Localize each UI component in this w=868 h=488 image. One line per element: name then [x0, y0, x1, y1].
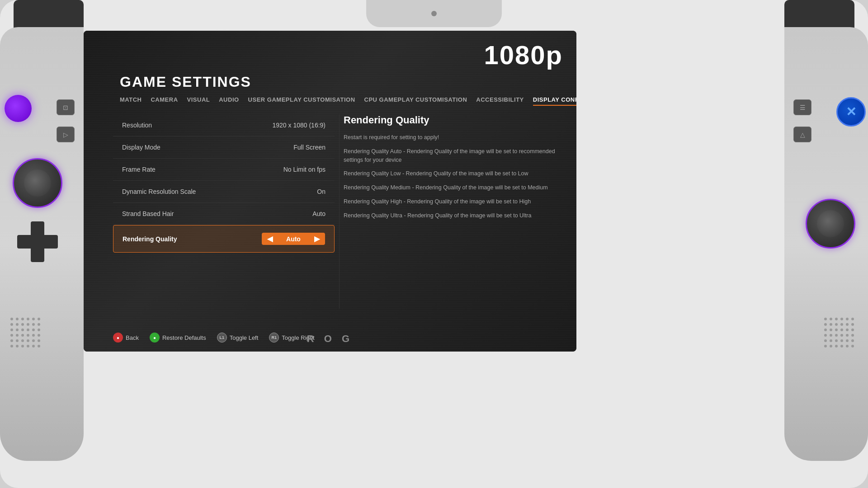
- setting-label-5: Rendering Quality: [123, 235, 177, 243]
- tab-match[interactable]: MATCH: [120, 96, 142, 106]
- value-arrow-left-5[interactable]: ◀: [267, 235, 273, 243]
- setting-value-0: 868 x 488 (16:9): [272, 122, 326, 129]
- info-desc-4: Rendering Quality High - Rendering Quali…: [344, 197, 565, 206]
- setting-value-1: Full Screen: [293, 144, 326, 151]
- left-purple-button[interactable]: [5, 95, 32, 122]
- game-screen: 1080p GAME SETTINGS MATCHCAMERAVISUALAUD…: [84, 31, 576, 352]
- right-grip: ✕ ☰ △: [784, 27, 868, 461]
- setting-value-4: Auto: [312, 210, 326, 217]
- left-bumper: [14, 0, 84, 29]
- setting-label-1: Display Mode: [122, 144, 160, 151]
- right-bumper: [784, 0, 854, 29]
- speaker-right: [823, 316, 859, 407]
- top-center-piece: [366, 0, 502, 27]
- circle-red-icon: ●: [113, 333, 123, 343]
- action-label-toggle-left: Toggle Left: [230, 334, 259, 341]
- speaker-left: [9, 316, 45, 407]
- settings-panel: Resolution1920 x 1080 (16:9)Display Mode…: [113, 114, 335, 320]
- square-l1-icon: L1: [217, 333, 227, 343]
- left-small-button-1[interactable]: ⊡: [57, 99, 75, 115]
- setting-row-3[interactable]: Dynamic Resolution ScaleOn: [113, 181, 335, 203]
- setting-label-3: Dynamic Resolution Scale: [122, 188, 196, 195]
- info-desc-3: Rendering Quality Medium - Rendering Qua…: [344, 183, 565, 192]
- info-desc-1: Rendering Quality Auto - Rendering Quali…: [344, 147, 565, 164]
- tab-user-gameplay[interactable]: USER GAMEPLAY CUSTOMISATION: [248, 96, 355, 106]
- dpad-vertical: [31, 221, 44, 262]
- setting-row-2[interactable]: Frame RateNo Limit on fps: [113, 159, 335, 181]
- left-joystick[interactable]: [13, 158, 62, 208]
- x-button[interactable]: ✕: [836, 97, 866, 127]
- setting-row-5[interactable]: Rendering Quality◀Auto▶: [113, 225, 335, 253]
- action-btn-back[interactable]: ●Back: [113, 333, 139, 343]
- setting-label-4: Strand Based Hair: [122, 210, 174, 217]
- d-pad[interactable]: [17, 221, 58, 262]
- right-small-button-2[interactable]: △: [793, 127, 811, 142]
- center-indicator: [431, 11, 437, 16]
- setting-row-1[interactable]: Display ModeFull Screen: [113, 136, 335, 159]
- setting-value-2: No Limit on fps: [283, 166, 326, 173]
- page-title: GAME SETTINGS: [120, 74, 251, 90]
- tab-audio[interactable]: AUDIO: [219, 96, 239, 106]
- circle-green-icon: ●: [150, 333, 160, 343]
- tab-visual[interactable]: VISUAL: [187, 96, 210, 106]
- tab-navigation: MATCHCAMERAVISUALAUDIOUSER GAMEPLAY CUST…: [120, 96, 563, 106]
- action-btn-restore-defaults[interactable]: ●Restore Defaults: [150, 333, 206, 343]
- info-desc-5: Rendering Quality Ultra - Rendering Qual…: [344, 211, 565, 220]
- left-grip: ⊡ ▷: [0, 27, 84, 461]
- device-shell: ⊡ ▷ ✕ ☰ △: [0, 0, 868, 488]
- value-control-5[interactable]: ◀Auto▶: [262, 233, 325, 245]
- tab-cpu-gameplay[interactable]: CPU GAMEPLAY CUSTOMISATION: [364, 96, 467, 106]
- left-small-button-2[interactable]: ▷: [57, 127, 75, 142]
- setting-row-0[interactable]: Resolution1920 x 1080 (16:9): [113, 114, 335, 136]
- info-desc-0: Restart is required for setting to apply…: [344, 133, 565, 142]
- settings-divider: [339, 114, 340, 309]
- info-title: Rendering Quality: [344, 114, 565, 126]
- info-panel: Rendering QualityRestart is required for…: [344, 114, 565, 320]
- setting-value-3: On: [317, 188, 326, 195]
- setting-label-0: Resolution: [122, 122, 152, 129]
- setting-label-2: Frame Rate: [122, 166, 156, 173]
- action-label-back: Back: [126, 334, 139, 341]
- value-arrow-right-5[interactable]: ▶: [314, 235, 320, 243]
- square-r1-icon: R1: [269, 333, 279, 343]
- right-joystick[interactable]: [806, 199, 855, 249]
- info-desc-2: Rendering Quality Low - Rendering Qualit…: [344, 169, 565, 178]
- tab-display-config[interactable]: DISPLAY CONFIGURATION: [533, 96, 576, 106]
- rog-logo: R O G: [307, 333, 353, 345]
- tab-camera[interactable]: CAMERA: [151, 96, 178, 106]
- tab-accessibility[interactable]: ACCESSIBILITY: [476, 96, 524, 106]
- action-label-restore-defaults: Restore Defaults: [162, 334, 206, 341]
- setting-row-4[interactable]: Strand Based HairAuto: [113, 203, 335, 225]
- resolution-badge: 1080p: [484, 40, 563, 70]
- screen-content: 1080p GAME SETTINGS MATCHCAMERAVISUALAUD…: [84, 31, 576, 352]
- value-text-5: Auto: [286, 235, 301, 243]
- action-btn-toggle-left[interactable]: L1Toggle Left: [217, 333, 259, 343]
- right-small-button-1[interactable]: ☰: [793, 99, 811, 115]
